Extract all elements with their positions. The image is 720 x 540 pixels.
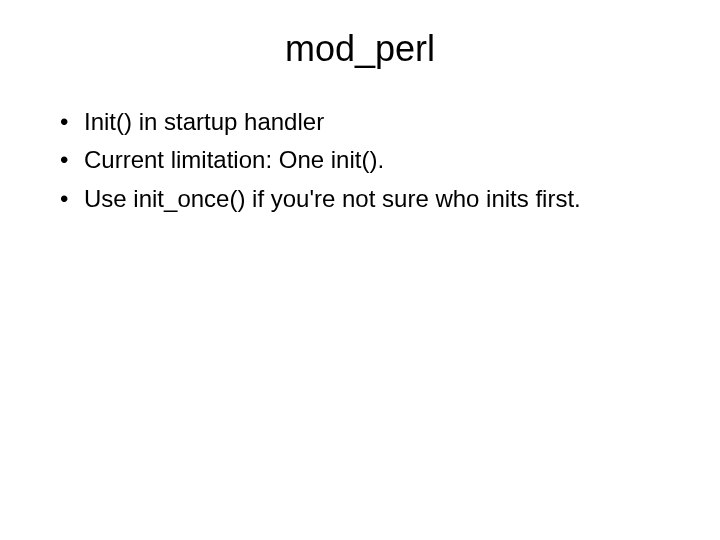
slide-title: mod_perl xyxy=(32,28,688,70)
bullet-list: Init() in startup handler Current limita… xyxy=(32,106,688,215)
list-item: Init() in startup handler xyxy=(60,106,688,138)
slide: mod_perl Init() in startup handler Curre… xyxy=(0,0,720,540)
list-item: Current limitation: One init(). xyxy=(60,144,688,176)
list-item: Use init_once() if you're not sure who i… xyxy=(60,183,688,215)
